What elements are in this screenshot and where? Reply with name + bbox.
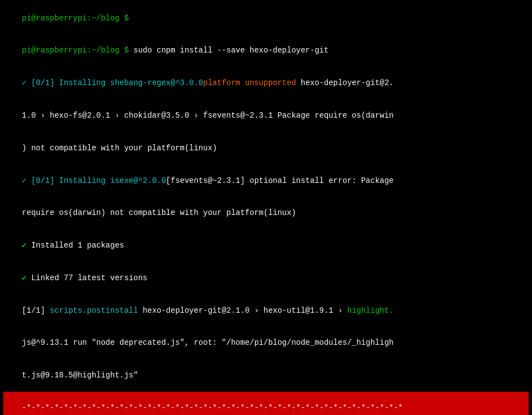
highlight-ref: highlight. [347, 306, 394, 315]
require-os: require os(darwin) not compatible with y… [22, 208, 296, 217]
script-bracket: [1/1] [22, 306, 50, 315]
install-line-1b: 1.0 › hexo-fs@2.0.1 › chokidar@3.5.0 › f… [3, 99, 529, 132]
script-detail-2: t.js@9.18.5@highlight.js" [22, 371, 138, 380]
separator-1: -*-*-*-*-*-*-*-*-*-*-*-*-*-*-*-*-*-*-*-*… [3, 392, 529, 415]
prompt-user: pi@raspberrypi:~/blog $ [22, 46, 129, 55]
script-label: scripts.postinstall [50, 306, 138, 315]
install-line-2: ✓ [0/1] Installing isexe@^2.0.0[fsevents… [3, 165, 529, 197]
install-line-2b: require os(darwin) not compatible with y… [3, 197, 529, 230]
linked-text: Linked 77 latest versions [27, 274, 147, 282]
info-icon-2: ✓ [0/1] Installing isexe@^2.0.0 [22, 176, 166, 185]
fsevents-optional: [fsevents@~2.3.1] optional install error… [166, 176, 394, 185]
script-postinstall-3: t.js@9.18.5@highlight.js" [3, 360, 529, 392]
package-path-cont: 1.0 › hexo-fs@2.0.1 › chokidar@3.5.0 › f… [22, 111, 394, 120]
command-line: pi@raspberrypi:~/blog $ sudo cnpm instal… [3, 35, 529, 67]
installed-packages: ✔ Installed 1 packages [3, 229, 529, 262]
platform-unsupported: platform unsupported [203, 78, 296, 87]
sep-text-1: -*-*-*-*-*-*-*-*-*-*-*-*-*-*-*-*-*-*-*-*… [22, 403, 403, 412]
script-postinstall-2: js@^9.13.1 run "node deprecated.js", roo… [3, 327, 529, 360]
info-icon: ✓ [0/1] Installing shebang-regex@^3.0.0 [22, 78, 204, 87]
check-icon-1: ✔ [22, 241, 27, 250]
terminal-window: pi@raspberrypi:~/blog $ pi@raspberrypi:~… [0, 0, 532, 415]
package-path-1: hexo-deployer-git@2. [296, 78, 393, 87]
prompt-line: pi@raspberrypi:~/blog $ [3, 2, 529, 35]
script-detail: js@^9.13.1 run "node deprecated.js", roo… [22, 338, 394, 347]
script-pkg: hexo-deployer-git@2.1.0 › hexo-util@1.9.… [138, 306, 347, 315]
prompt-text: pi@raspberrypi:~/blog $ [22, 14, 129, 23]
command-text: sudo cnpm install --save hexo-deployer-g… [129, 46, 328, 55]
install-line-1c: ) not compatible with your platform(linu… [3, 132, 529, 165]
install-line-1: ✓ [0/1] Installing shebang-regex@^3.0.0p… [3, 67, 529, 100]
check-icon-2: ✔ [22, 274, 27, 282]
linked-versions: ✔ Linked 77 latest versions [3, 262, 529, 295]
compat-text: ) not compatible with your platform(linu… [22, 144, 217, 153]
installed-text: Installed 1 packages [27, 241, 124, 250]
script-postinstall-1: [1/1] scripts.postinstall hexo-deployer-… [3, 295, 529, 327]
